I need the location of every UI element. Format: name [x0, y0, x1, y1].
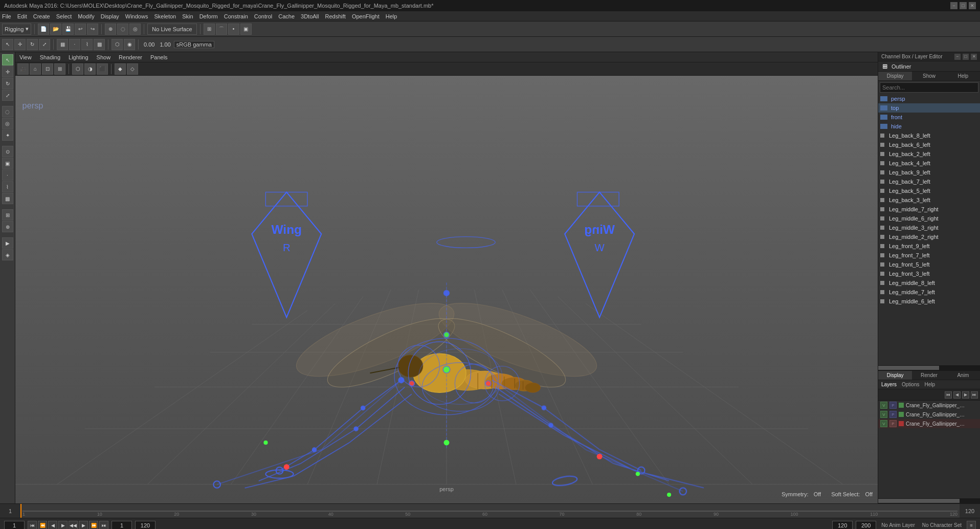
- select-tool[interactable]: ↖: [2, 54, 13, 65]
- wireframe-vp-btn[interactable]: ⬡: [72, 63, 83, 75]
- lasso-tool[interactable]: ◌: [2, 106, 13, 117]
- minimize-button[interactable]: −: [950, 2, 957, 9]
- range-end-input[interactable]: [135, 521, 155, 530]
- outliner-item-2[interactable]: Leg_back_2_left: [878, 149, 980, 159]
- step-back-btn[interactable]: ⏪: [38, 521, 47, 530]
- viewport-menu-shading[interactable]: Shading: [40, 54, 60, 60]
- layer-p-2[interactable]: P: [889, 420, 897, 427]
- ipr-btn[interactable]: ◈: [2, 249, 13, 260]
- frame-all-btn[interactable]: ⊡: [42, 63, 53, 75]
- viewport-scene[interactable]: Wing R Wing W: [15, 76, 878, 503]
- frame-right-1[interactable]: [832, 521, 853, 530]
- outliner-item-18[interactable]: Leg_middle_6_left: [878, 297, 980, 306]
- current-frame-input[interactable]: [4, 521, 25, 530]
- outliner-item-9[interactable]: Leg_middle_6_right: [878, 214, 980, 223]
- menu-modify[interactable]: Modify: [78, 13, 94, 19]
- paint-btn[interactable]: ◎: [129, 24, 141, 35]
- menu-skin[interactable]: Skin: [182, 13, 193, 19]
- outliner-item-top[interactable]: top: [878, 103, 980, 113]
- rotate-btn[interactable]: ↻: [27, 39, 38, 50]
- go-to-start-btn[interactable]: ⏮: [28, 521, 37, 530]
- outliner-item-8[interactable]: Leg_middle_7_right: [878, 205, 980, 214]
- play-btn[interactable]: ▶: [58, 521, 68, 530]
- layers-nav-next[interactable]: ▶: [962, 391, 969, 399]
- layer-row-1[interactable]: V P Crane_Fly_Gallinipper_Mosquito: [878, 410, 980, 419]
- cb-tab-display[interactable]: Display: [878, 371, 912, 380]
- scale-btn[interactable]: ⤢: [39, 39, 50, 50]
- layers-nav-first[interactable]: ⏮: [945, 391, 952, 399]
- layer-v-0[interactable]: V: [880, 402, 887, 409]
- viewport-menu-show[interactable]: Show: [97, 54, 111, 60]
- menu-display[interactable]: Display: [101, 13, 119, 19]
- save-file-btn[interactable]: 💾: [62, 24, 74, 35]
- viewport-menu-panels[interactable]: Panels: [150, 54, 168, 60]
- outliner-item-front[interactable]: front: [878, 113, 980, 122]
- panel-maximize-btn[interactable]: □: [963, 54, 969, 60]
- menu-3dtoall[interactable]: 3DtoAll: [301, 13, 319, 19]
- restore-button[interactable]: □: [960, 2, 967, 9]
- outliner-tab-display[interactable]: Display: [878, 72, 912, 80]
- new-file-btn[interactable]: 📄: [38, 24, 49, 35]
- outliner-item-5[interactable]: Leg_back_7_left: [878, 177, 980, 186]
- menu-control[interactable]: Control: [254, 13, 272, 19]
- close-button[interactable]: ✕: [969, 2, 976, 9]
- snap-point-btn[interactable]: •: [228, 24, 239, 35]
- outliner-item-4[interactable]: Leg_back_9_left: [878, 168, 980, 177]
- outliner-item-persp[interactable]: persp: [878, 94, 980, 103]
- layer-p-0[interactable]: P: [889, 402, 897, 409]
- outliner-search-input[interactable]: [880, 82, 978, 93]
- viewport-menu-view[interactable]: View: [19, 54, 32, 60]
- show-grid-btn[interactable]: ⊞: [2, 209, 13, 221]
- snap-curve-btn[interactable]: ⌒: [216, 24, 227, 35]
- menu-constrain[interactable]: Constrain: [224, 13, 248, 19]
- scale-tool[interactable]: ⤢: [2, 90, 13, 101]
- cb-tab-render[interactable]: Render: [912, 371, 946, 380]
- layers-tab-btn[interactable]: Layers: [881, 382, 897, 387]
- shaded-vp-btn[interactable]: ◑: [84, 63, 96, 75]
- outliner-item-0[interactable]: Leg_back_8_left: [878, 131, 980, 140]
- menu-select[interactable]: Select: [56, 13, 72, 19]
- viewport-menu-lighting[interactable]: Lighting: [69, 54, 88, 60]
- outliner-item-3[interactable]: Leg_back_4_left: [878, 159, 980, 168]
- menu-help[interactable]: Help: [386, 13, 397, 19]
- outliner-item-6[interactable]: Leg_back_5_left: [878, 186, 980, 195]
- layer-p-1[interactable]: P: [889, 411, 897, 418]
- open-file-btn[interactable]: 📂: [50, 24, 61, 35]
- wireframe-btn[interactable]: ⬡: [112, 39, 123, 50]
- paint-tool[interactable]: ◎: [2, 118, 13, 129]
- menu-create[interactable]: Create: [33, 13, 50, 19]
- snap-grid-btn[interactable]: ⊞: [204, 24, 215, 35]
- anim-layer-btn[interactable]: ≡: [967, 521, 976, 530]
- panel-minimize-btn[interactable]: −: [954, 54, 961, 60]
- gamma-mode-dropdown[interactable]: sRGB gamma: [174, 41, 214, 48]
- menu-redshift[interactable]: Redshift: [325, 13, 346, 19]
- snap-surface-btn[interactable]: ▣: [240, 24, 252, 35]
- outliner-tab-help[interactable]: Help: [946, 72, 980, 80]
- outliner-item-16[interactable]: Leg_middle_8_left: [878, 278, 980, 288]
- shadow-vp-btn[interactable]: ◆: [115, 63, 126, 75]
- cb-tab-anim[interactable]: Anim: [946, 371, 980, 380]
- move-tool[interactable]: ✛: [2, 66, 13, 77]
- layer-row-0[interactable]: V P Crane_Fly_Gallinipper_Mosquito: [878, 401, 980, 410]
- layer-v-1[interactable]: V: [880, 411, 887, 418]
- next-frame-btn[interactable]: ▶: [79, 521, 88, 530]
- menu-file[interactable]: File: [2, 13, 11, 19]
- outliner-item-11[interactable]: Leg_middle_2_right: [878, 232, 980, 241]
- viewport-menu-renderer[interactable]: Renderer: [119, 54, 142, 60]
- select-tool-btn[interactable]: ⊕: [105, 24, 116, 35]
- menu-cache[interactable]: Cache: [278, 13, 295, 19]
- outliner-item-7[interactable]: Leg_back_3_left: [878, 195, 980, 205]
- layer-v-2[interactable]: V: [880, 420, 887, 427]
- undo-btn[interactable]: ↩: [75, 24, 86, 35]
- layers-h-scrollbar[interactable]: [878, 498, 980, 503]
- soft-select-tool[interactable]: ⊙: [2, 146, 13, 157]
- play-reverse-btn[interactable]: ◀◀: [69, 521, 78, 530]
- go-to-end-btn[interactable]: ⏭: [99, 521, 108, 530]
- smooth-btn[interactable]: ◉: [124, 39, 135, 50]
- menu-deform[interactable]: Deform: [199, 13, 218, 19]
- outliner-h-scrollbar[interactable]: [878, 365, 980, 370]
- rotate-tool[interactable]: ↻: [2, 78, 13, 89]
- component-mode-btn[interactable]: ▦: [57, 39, 68, 50]
- face-mode-btn[interactable]: ▩: [94, 39, 105, 50]
- outliner-item-hide[interactable]: hide: [878, 122, 980, 131]
